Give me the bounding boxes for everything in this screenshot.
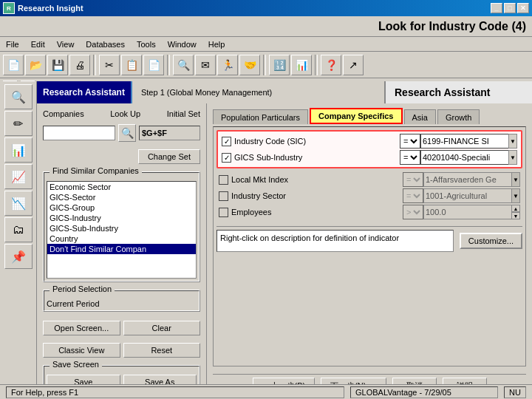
sidebar-btn-7[interactable]: 📌: [4, 244, 33, 269]
toolbar-sep4: [315, 55, 318, 75]
ra-header: Research Assistant Step 1 (Global Money …: [37, 81, 532, 103]
industry-sector-value[interactable]: [423, 188, 512, 203]
classic-view-button[interactable]: Classic View: [43, 343, 120, 358]
change-set-button[interactable]: Change Set: [138, 149, 200, 164]
toolbar-run[interactable]: 🏃: [217, 55, 238, 75]
industry-sector-dropdown[interactable]: ▼: [511, 188, 520, 203]
toolbar-help[interactable]: ❓: [321, 55, 341, 75]
list-gics-group[interactable]: GICS-Group: [47, 202, 196, 213]
toolbar-cut[interactable]: ✂: [99, 55, 120, 75]
toolbar-search[interactable]: 🔍: [173, 55, 194, 75]
menu-tools[interactable]: Tools: [134, 39, 159, 50]
toolbar-save[interactable]: 💾: [47, 55, 68, 75]
toolbar-sep1: [93, 55, 96, 75]
ra-step: Step 1 (Global Money Management): [132, 81, 384, 103]
highlighted-rows: ✓ Industry Code (SIC) =<> ▼ ✓: [216, 130, 522, 168]
gics-sub-industry-operator[interactable]: =<>: [400, 150, 420, 165]
list-gics-sub-industry[interactable]: GICS-Sub-Industry: [47, 223, 196, 233]
menu-help[interactable]: Help: [205, 39, 228, 50]
industry-code-row: ✓ Industry Code (SIC) =<> ▼: [219, 133, 519, 149]
toolbar-new[interactable]: 📄: [3, 55, 24, 75]
gics-sub-industry-dropdown[interactable]: ▼: [508, 150, 517, 165]
toolbar-open[interactable]: 📂: [25, 55, 46, 75]
toolbar-print[interactable]: 🖨: [69, 55, 90, 75]
menu-view[interactable]: View: [54, 39, 78, 50]
tab-bar: Population Particulars Company Specifics…: [213, 108, 526, 124]
status-bar: For Help, press F1 GLOBALVantage - 7/29/…: [0, 384, 532, 399]
description-area: Right-click on description for definitio…: [216, 230, 454, 252]
menu-file[interactable]: File: [3, 39, 22, 50]
list-country[interactable]: Country: [47, 233, 196, 244]
list-dont-find[interactable]: Don't Find Similar Compan: [47, 244, 196, 254]
left-sidebar: 🔍 ✏ 📊 📈 📉 🗂 📌: [0, 81, 37, 399]
local-mkt-value[interactable]: [423, 172, 512, 187]
sidebar-btn-3[interactable]: 📊: [4, 137, 33, 163]
employees-operator[interactable]: >: [403, 205, 423, 219]
maximize-button[interactable]: □: [504, 3, 516, 13]
clear-button[interactable]: Clear: [123, 321, 201, 335]
employees-value[interactable]: [423, 205, 512, 219]
toolbar-paste[interactable]: 📄: [143, 55, 164, 75]
sidebar-btn-1[interactable]: 🔍: [4, 84, 33, 109]
description-text: Right-click on description for definitio…: [220, 233, 399, 242]
toolbar-copy[interactable]: 📋: [121, 55, 142, 75]
industry-code-value[interactable]: [420, 134, 509, 149]
sidebar-btn-2[interactable]: ✏: [4, 111, 33, 136]
right-panel: Population Particulars Company Specifics…: [207, 103, 532, 399]
employees-row: Employees > ▲ ▼: [216, 204, 522, 220]
companies-label: Companies: [43, 109, 84, 118]
page-title: Look for Industry Code (4): [378, 20, 526, 33]
initial-set-label: Initial Set: [167, 109, 200, 118]
look-up-icon[interactable]: 🔍: [118, 124, 136, 142]
gics-sub-industry-value[interactable]: [420, 150, 509, 165]
ra-badge: Research Assistant: [37, 81, 132, 103]
menu-edit[interactable]: Edit: [28, 39, 48, 50]
toolbar-sep2: [167, 55, 170, 75]
list-economic-sector[interactable]: Economic Sector: [47, 182, 196, 192]
tab-growth[interactable]: Growth: [437, 109, 480, 124]
menu-databases[interactable]: Databases: [83, 39, 128, 50]
find-similar-listbox[interactable]: Economic Sector GICS-Sector GICS-Group G…: [47, 181, 197, 279]
employees-spin-down[interactable]: ▼: [511, 212, 520, 219]
sidebar-btn-4[interactable]: 📈: [4, 164, 33, 189]
toolbar-handshake[interactable]: 🤝: [239, 55, 260, 75]
employees-spin-up[interactable]: ▲: [511, 205, 520, 212]
menu-bar: File Edit View Databases Tools Window He…: [0, 37, 532, 52]
menu-window[interactable]: Window: [165, 39, 200, 50]
local-mkt-operator[interactable]: =: [403, 172, 423, 187]
employees-label: Employees: [231, 208, 400, 216]
title-bar: R Research Insight _ □ ✕: [0, 0, 532, 16]
tab-asia[interactable]: Asia: [404, 109, 436, 124]
industry-sector-operator[interactable]: =: [403, 188, 423, 203]
close-button[interactable]: ✕: [517, 3, 529, 13]
page-title-bar: Look for Industry Code (4): [0, 16, 532, 37]
customize-button[interactable]: Customize...: [460, 233, 522, 249]
toolbar-data[interactable]: 🔢: [269, 55, 290, 75]
sidebar-btn-5[interactable]: 📉: [4, 191, 33, 216]
local-mkt-checkbox[interactable]: [219, 175, 228, 185]
industry-code-label: Industry Code (SIC): [234, 137, 397, 146]
industry-code-dropdown[interactable]: ▼: [508, 134, 517, 149]
toolbar-mail[interactable]: ✉: [195, 55, 216, 75]
companies-input[interactable]: [43, 126, 115, 140]
industry-sector-checkbox[interactable]: [219, 191, 228, 201]
toolbar-arrow[interactable]: ↗: [343, 55, 364, 75]
reset-button[interactable]: Reset: [123, 343, 201, 358]
gics-sub-industry-checkbox[interactable]: ✓: [222, 153, 231, 163]
save-screen-label: Save Screen: [50, 360, 102, 369]
industry-code-checkbox[interactable]: ✓: [222, 137, 231, 146]
industry-code-operator[interactable]: =<>: [400, 134, 420, 149]
list-gics-sector[interactable]: GICS-Sector: [47, 192, 196, 202]
list-gics-industry[interactable]: GICS-Industry: [47, 213, 196, 223]
tab-population[interactable]: Population Particulars: [213, 109, 308, 124]
toolbar-chart[interactable]: 📊: [291, 55, 312, 75]
sidebar-btn-6[interactable]: 🗂: [4, 217, 33, 242]
tab-company-specifics[interactable]: Company Specifics: [310, 108, 402, 124]
status-indicator: NU: [504, 386, 526, 398]
ra-title-right: Research Assistant: [384, 81, 532, 103]
open-screen-button[interactable]: Open Screen...: [43, 321, 120, 335]
minimize-button[interactable]: _: [491, 3, 502, 13]
local-mkt-dropdown[interactable]: ▼: [511, 172, 520, 187]
initial-set-input[interactable]: [139, 126, 200, 140]
employees-checkbox[interactable]: [219, 208, 228, 217]
